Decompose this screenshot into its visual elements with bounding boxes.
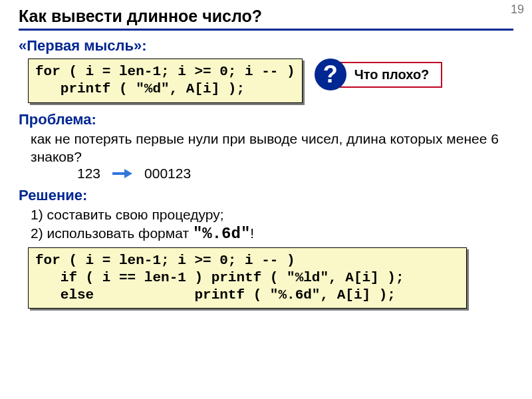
page-number: 19: [511, 3, 524, 17]
section-problem-heading: Проблема:: [19, 111, 513, 128]
slide: 19 Как вывести длинное число? «Первая мы…: [0, 0, 532, 309]
solution-item-2-suffix: !: [250, 225, 254, 241]
arrow-icon: [112, 170, 132, 178]
solution-item-1: 1) составить свою процедуру;: [31, 205, 513, 223]
example-right: 000123: [144, 166, 191, 182]
problem-text: как не потерять первые нули при выводе ч…: [31, 130, 513, 166]
example-row: 123 000123: [77, 166, 513, 182]
title-divider: [19, 29, 513, 31]
question-mark-icon: ?: [315, 59, 346, 90]
section-first-thought-heading: «Первая мысль»:: [19, 37, 513, 55]
page-title: Как вывести длинное число?: [19, 7, 513, 26]
callout-group: ? Что плохо?: [315, 59, 443, 90]
solution-item-2: 2) использовать формат "%.6d"!: [31, 223, 513, 244]
solution-item-2-prefix: 2) использовать формат: [31, 225, 193, 241]
code-block-first: for ( i = len-1; i >= 0; i -- ) printf (…: [28, 59, 303, 103]
example-left: 123: [77, 166, 100, 182]
code-block-solution: for ( i = len-1; i >= 0; i -- ) if ( i =…: [28, 247, 467, 309]
format-string: "%.6d": [193, 225, 250, 243]
section-solution-heading: Решение:: [19, 187, 513, 204]
first-thought-row: for ( i = len-1; i >= 0; i -- ) printf (…: [19, 56, 513, 110]
callout-box: Что плохо?: [334, 62, 443, 88]
